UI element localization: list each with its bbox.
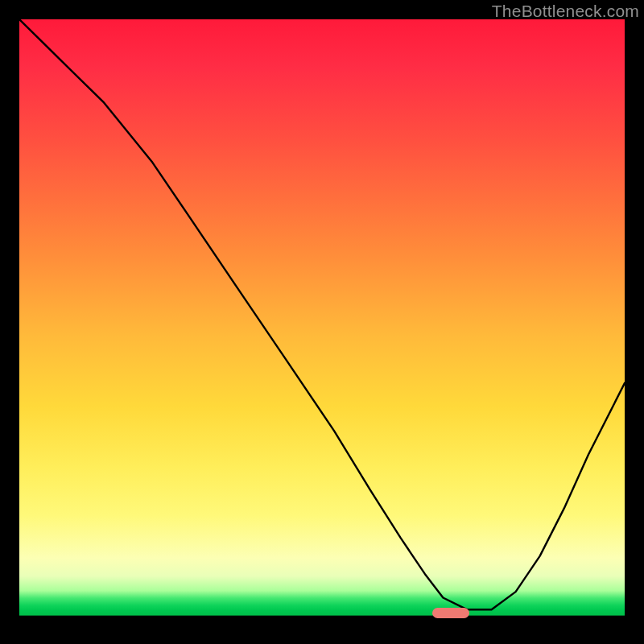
plot-gradient-background [19, 19, 625, 625]
watermark-text: TheBottleneck.com [492, 2, 639, 21]
chart-frame [19, 19, 625, 625]
